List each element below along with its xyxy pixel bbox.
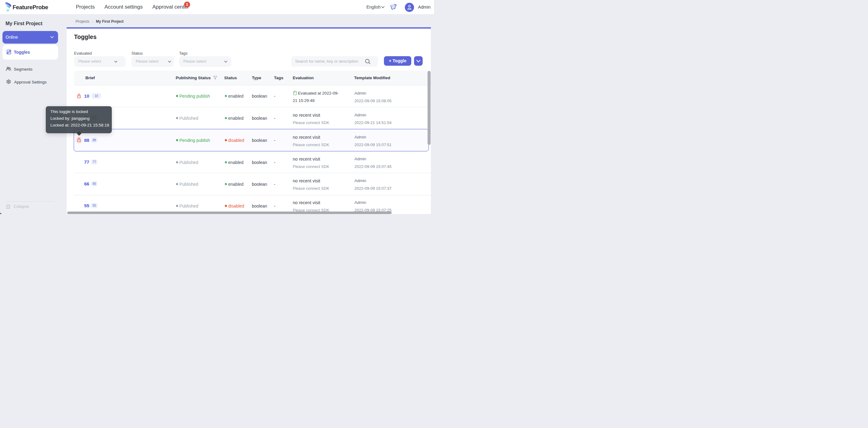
svg-text:?: ?: [394, 3, 397, 8]
